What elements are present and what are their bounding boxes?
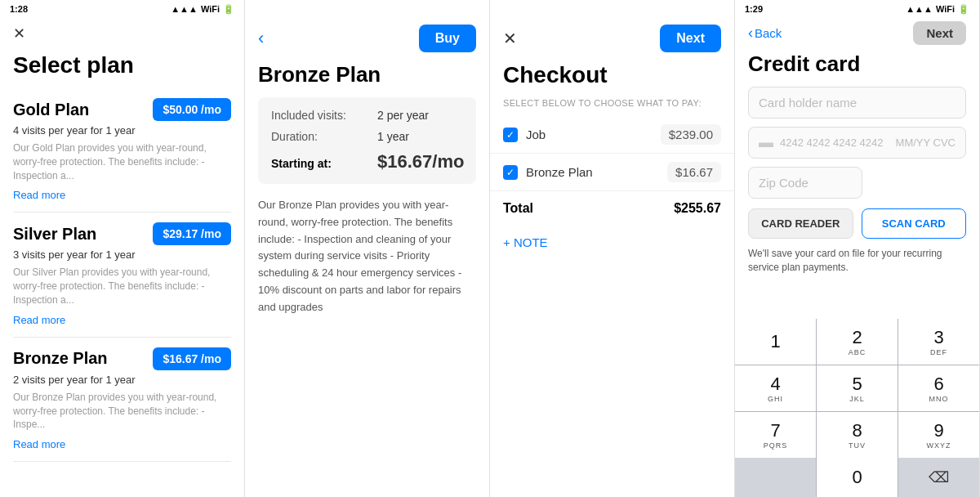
numpad-key-4[interactable]: 4 GHI <box>735 365 816 411</box>
scan-card-button[interactable]: SCAN CARD <box>862 208 967 239</box>
numpad-letters-5: JKL <box>849 395 865 403</box>
numpad: 1 2 ABC 3 DEF 4 GHI 5 JKL 6 MNO 7 PQRS 8… <box>735 319 979 497</box>
wifi-icon-4: WiFi <box>936 4 955 14</box>
numpad-key-1[interactable]: 1 <box>735 319 816 365</box>
read-more-0[interactable]: Read more <box>13 189 65 201</box>
status-icons-4: ▲▲▲ WiFi 🔋 <box>906 4 969 15</box>
plan-price-btn-1[interactable]: $29.17 /mo <box>153 222 231 245</box>
job-amount: $239.00 <box>661 124 721 145</box>
checkout-item-bronze: ✓ Bronze Plan $16.67 <box>490 154 734 191</box>
card-reader-button[interactable]: CARD READER <box>748 208 853 239</box>
s3-nav: ✕ Next <box>490 18 734 59</box>
add-note-button[interactable]: + NOTE <box>490 226 734 259</box>
included-visits-value: 2 per year <box>377 109 429 122</box>
numpad-num-6: 6 <box>933 374 943 395</box>
bronze-plan-desc: Our Bronze Plan provides you with year-r… <box>245 197 489 316</box>
numpad-num-9: 9 <box>933 420 943 441</box>
numpad-key-5[interactable]: 5 JKL <box>817 365 898 411</box>
plan-item: Silver Plan $29.17 /mo 3 visits per year… <box>13 213 231 337</box>
duration-label: Duration: <box>271 130 377 143</box>
numpad-num-8: 8 <box>852 420 862 441</box>
plan-visits-0: 4 visits per year for 1 year <box>13 124 231 137</box>
numpad-letters-9: WXYZ <box>927 441 951 450</box>
plan-visits-2: 2 visits per year for 1 year <box>13 374 231 386</box>
numpad-letters-2: ABC <box>849 348 866 356</box>
card-chip-icon: ▬ <box>759 134 773 151</box>
total-label: Total <box>503 201 533 216</box>
buy-button[interactable]: Buy <box>419 25 476 52</box>
numpad-key-7[interactable]: 7 PQRS <box>735 412 816 458</box>
back-button-2[interactable]: ‹ <box>258 28 264 49</box>
save-card-text: We'll save your card on file for your re… <box>748 247 966 275</box>
numpad-grid: 1 2 ABC 3 DEF 4 GHI 5 JKL 6 MNO 7 PQRS 8… <box>735 319 979 458</box>
reader-buttons: CARD READER SCAN CARD <box>748 208 966 239</box>
plan-desc-0: Our Gold Plan provides you with year-rou… <box>13 141 231 182</box>
status-bar-4: 1:29 ▲▲▲ WiFi 🔋 <box>735 0 979 18</box>
numpad-key-9[interactable]: 9 WXYZ <box>898 412 979 458</box>
numpad-bottom: 0 ⌫ <box>735 458 979 497</box>
s2-nav: ‹ Buy <box>245 18 489 59</box>
screen-credit-card: 1:29 ▲▲▲ WiFi 🔋 ‹ Back Next Credit card … <box>735 0 980 497</box>
card-number-placeholder: 4242 4242 4242 4242 <box>780 137 896 149</box>
bronze-label: Bronze Plan <box>526 165 593 179</box>
numpad-num-4: 4 <box>770 374 780 395</box>
status-bar-1: 1:28 ▲▲▲ WiFi 🔋 <box>0 0 244 18</box>
plan-row-1: Silver Plan $29.17 /mo <box>13 222 231 245</box>
status-bar-3 <box>490 0 734 18</box>
delete-icon: ⌫ <box>929 468 949 486</box>
select-plan-title: Select plan <box>0 46 244 88</box>
plan-desc-2: Our Bronze Plan provides you with year-r… <box>13 391 231 432</box>
read-more-2[interactable]: Read more <box>13 438 65 450</box>
duration-row: Duration: 1 year <box>271 130 463 143</box>
card-number-row: ▬ 4242 4242 4242 4242 MM/YY CVC <box>748 127 966 159</box>
wifi-icon: WiFi <box>201 4 220 14</box>
numpad-letters-3: DEF <box>930 348 947 356</box>
s4-nav: ‹ Back Next <box>735 18 979 48</box>
plan-item: Gold Plan $50.00 /mo 4 visits per year f… <box>13 88 231 213</box>
numpad-key-8[interactable]: 8 TUV <box>817 412 898 458</box>
numpad-delete[interactable]: ⌫ <box>898 458 979 497</box>
back-button-4[interactable]: ‹ Back <box>748 25 782 42</box>
card-holder-input[interactable] <box>748 87 966 119</box>
checkbox-bronze[interactable]: ✓ <box>503 165 518 180</box>
screen-select-plan: 1:28 ▲▲▲ WiFi 🔋 ✕ Select plan Gold Plan … <box>0 0 245 497</box>
numpad-zero[interactable]: 0 <box>817 458 898 497</box>
plan-visits-1: 3 visits per year for 1 year <box>13 248 231 261</box>
back-label-4: Back <box>755 26 782 40</box>
included-visits-label: Included visits: <box>271 109 377 122</box>
checkbox-job[interactable]: ✓ <box>503 128 518 142</box>
starting-label: Starting at: <box>271 157 377 170</box>
included-visits-row: Included visits: 2 per year <box>271 109 463 122</box>
screen-bronze-plan: ‹ Buy Bronze Plan Included visits: 2 per… <box>245 0 490 497</box>
checkout-sub-label: SELECT BELOW TO CHOOSE WHAT TO PAY: <box>490 98 734 116</box>
plan-name-1: Silver Plan <box>13 225 96 244</box>
numpad-num-7: 7 <box>770 420 780 441</box>
numpad-letters-4: GHI <box>768 395 783 403</box>
checkout-title: Checkout <box>490 59 734 98</box>
numpad-key-6[interactable]: 6 MNO <box>898 365 979 411</box>
numpad-letters-7: PQRS <box>764 441 788 450</box>
plan-price-btn-2[interactable]: $16.67 /mo <box>153 347 231 370</box>
numpad-num-1: 1 <box>770 331 780 352</box>
numpad-letters-6: MNO <box>929 395 949 403</box>
plan-name-2: Bronze Plan <box>13 349 108 368</box>
numpad-key-2[interactable]: 2 ABC <box>817 319 898 365</box>
battery-icon: 🔋 <box>223 4 234 15</box>
plan-item: Bronze Plan $16.67 /mo 2 visits per year… <box>13 338 231 462</box>
checkout-item-job: ✓ Job $239.00 <box>490 116 734 154</box>
numpad-num-3: 3 <box>933 327 943 348</box>
chevron-left-icon: ‹ <box>748 25 753 42</box>
numpad-key-3[interactable]: 3 DEF <box>898 319 979 365</box>
numpad-num-5: 5 <box>852 374 862 395</box>
read-more-1[interactable]: Read more <box>13 314 65 326</box>
duration-value: 1 year <box>377 130 409 143</box>
status-icons-1: ▲▲▲ WiFi 🔋 <box>171 4 234 15</box>
close-button-1[interactable]: ✕ <box>13 25 25 42</box>
next-button-3[interactable]: Next <box>660 25 721 52</box>
bronze-plan-info: Included visits: 2 per year Duration: 1 … <box>258 97 476 184</box>
close-button-3[interactable]: ✕ <box>503 29 517 48</box>
next-button-4[interactable]: Next <box>913 21 966 45</box>
total-amount: $255.67 <box>674 201 721 216</box>
plan-price-btn-0[interactable]: $50.00 /mo <box>153 98 231 121</box>
zip-input[interactable] <box>748 167 862 199</box>
